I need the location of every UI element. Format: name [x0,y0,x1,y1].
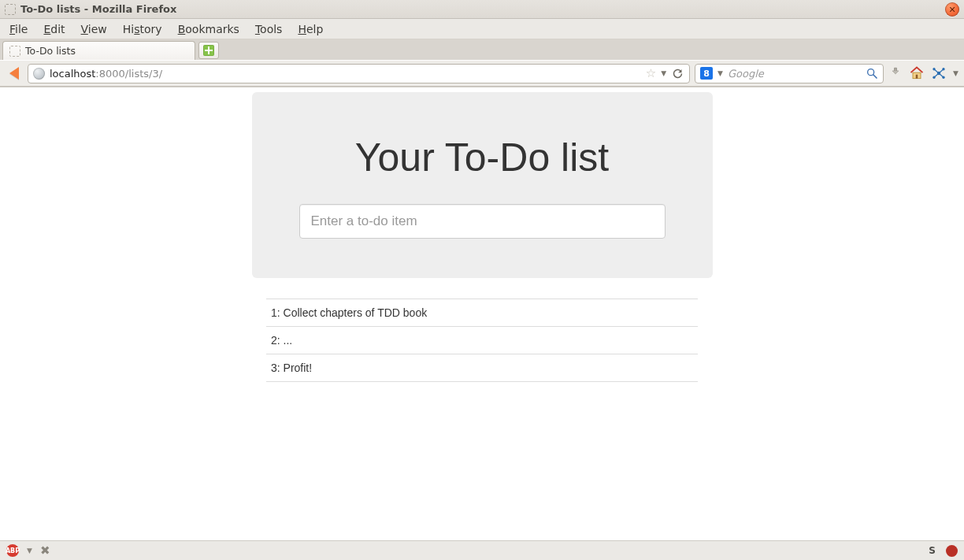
table-row: 1: Collect chapters of TDD book [266,299,698,327]
network-dropdown[interactable]: ▼ [953,69,958,77]
tab-favicon [9,46,20,57]
reload-icon [672,68,684,80]
new-item-input[interactable] [299,204,666,239]
window-close-button[interactable]: ✕ [945,2,959,17]
menu-view[interactable]: View [75,20,113,38]
todo-table: 1: Collect chapters of TDD book 2: ... 3… [266,299,698,382]
network-button[interactable] [931,65,947,81]
window-favicon [5,4,16,15]
back-icon [9,67,19,80]
back-button[interactable] [6,65,23,82]
menu-history[interactable]: History [117,20,169,38]
menu-file-rest: ile [15,23,28,35]
globe-icon [33,68,45,80]
search-engine-dropdown[interactable]: ▼ [717,69,723,77]
menu-file[interactable]: File [3,20,34,38]
adblock-dropdown[interactable]: ▼ [27,547,32,554]
search-go-button[interactable] [866,67,878,80]
status-close-icon[interactable]: ✖ [40,543,50,558]
url-text: localhost:8000/lists/3/ [50,68,641,80]
menu-tools[interactable]: Tools [249,20,289,38]
url-history-dropdown[interactable]: ▼ [661,69,666,77]
url-rest: :8000/lists/3/ [95,68,162,80]
page-heading: Your To-Do list [276,135,689,180]
todo-item: 3: Profit! [266,354,698,382]
toolbar-icons: ▼ [888,65,958,81]
tab-strip: To-Do lists [0,39,964,60]
plus-icon [203,45,214,56]
page-viewport: Your To-Do list 1: Collect chapters of T… [0,87,964,540]
window-titlebar: To-Do lists - Mozilla Firefox ✕ [0,0,964,19]
todo-item: 2: ... [266,327,698,354]
network-icon [932,66,946,80]
download-icon [888,66,903,80]
search-placeholder: Google [728,68,861,80]
tab-label: To-Do lists [25,45,76,57]
menubar: File Edit View History Bookmarks Tools H… [0,19,964,39]
reload-button[interactable] [671,67,684,80]
window-title: To-Do lists - Mozilla Firefox [20,3,176,15]
jumbotron: Your To-Do list [252,92,713,278]
search-engine-badge[interactable]: 8 [700,67,713,80]
firebug-icon[interactable] [946,545,958,557]
home-icon [909,65,925,81]
url-bar[interactable]: localhost:8000/lists/3/ ☆ ▼ [28,64,690,83]
svg-line-1 [873,75,877,78]
status-bar: ABP ▼ ✖ S [0,540,964,560]
table-row: 2: ... [266,327,698,354]
menu-bookmarks[interactable]: Bookmarks [172,20,246,38]
url-host: localhost [50,68,95,80]
downloads-button[interactable] [888,66,903,80]
nav-toolbar: localhost:8000/lists/3/ ☆ ▼ 8 ▼ Google [0,60,964,87]
bookmark-star-icon[interactable]: ☆ [646,66,656,80]
table-row: 3: Profit! [266,354,698,382]
menu-edit[interactable]: Edit [37,20,71,38]
status-s-icon[interactable]: S [926,545,938,557]
svg-rect-3 [916,75,918,79]
new-tab-button[interactable] [198,42,219,59]
search-bar[interactable]: 8 ▼ Google [695,64,884,83]
search-icon [866,67,878,80]
tab-active[interactable]: To-Do lists [2,41,195,60]
adblock-icon[interactable]: ABP [6,544,19,557]
todo-item: 1: Collect chapters of TDD book [266,299,698,327]
menu-help[interactable]: Help [291,20,329,38]
home-button[interactable] [909,65,925,81]
